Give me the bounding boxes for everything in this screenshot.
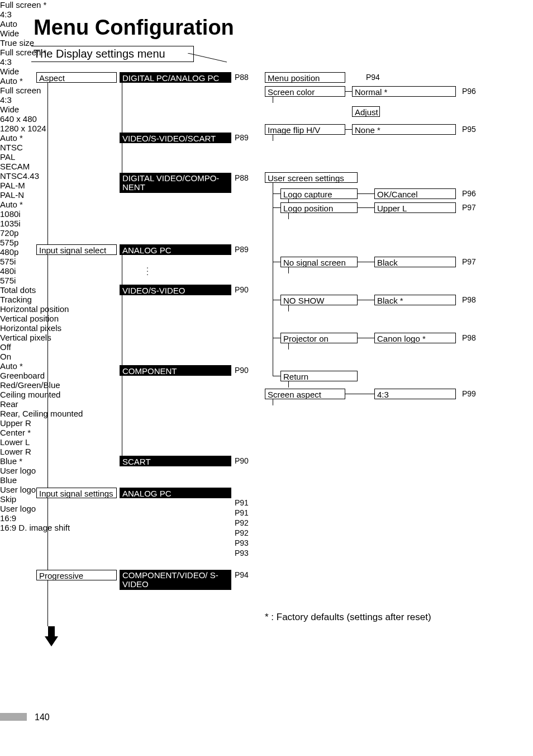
menu-main: Menu position: [265, 72, 345, 83]
menu-sub: No signal screen: [280, 257, 358, 267]
connector-line: [288, 213, 289, 219]
menu-option: Vertical pixels: [0, 333, 107, 342]
menu-main: Input signal settings: [36, 488, 117, 498]
page-ref: P91: [235, 498, 249, 507]
menu-option: Off: [0, 342, 107, 352]
connector-line: [273, 300, 280, 300]
menu-option: 1280 x 1024: [0, 124, 107, 133]
menu-option: 1035i: [0, 219, 107, 228]
connector-line: [120, 370, 122, 371]
subtitle-wrap: The Display settings menu: [31, 46, 194, 62]
menu-sub: Projector on: [280, 333, 358, 343]
page-ref: P93: [235, 538, 249, 547]
connector-line: [122, 83, 122, 178]
menu-option: NTSC4.43: [0, 171, 107, 181]
page-title: Menu Configuration: [34, 16, 234, 40]
menu-option: 720p: [0, 228, 107, 238]
menu-option: Upper R: [0, 418, 82, 428]
connector-line: [358, 338, 374, 338]
connector-line: [120, 138, 122, 138]
connector-line: [358, 207, 374, 208]
menu-option: Black *: [374, 295, 456, 305]
menu-option: Lower L: [0, 437, 82, 447]
connector-line: [120, 290, 122, 290]
page-ref: P89: [235, 133, 249, 142]
wedge-line-decor: [188, 53, 232, 64]
connector-line: [273, 376, 280, 376]
page-ref: P90: [235, 366, 249, 375]
page-ref: P97: [462, 257, 476, 266]
menu-main: User screen settings: [265, 172, 358, 183]
page-ref: P91: [235, 508, 249, 517]
menu-option: Horizontal pixels: [0, 323, 107, 333]
menu-option: PAL-N: [0, 190, 107, 200]
menu-main: Screen aspect: [265, 389, 345, 399]
menu-option: Wide: [0, 105, 107, 114]
menu-option: 4:3: [374, 389, 456, 399]
page-ref: P98: [462, 333, 476, 342]
menu-option: 575i: [0, 257, 107, 266]
subtitle: The Display settings menu: [31, 46, 194, 62]
menu-option: 575i: [0, 276, 107, 285]
page-ref: P94: [366, 73, 380, 82]
menu-option: Vertical position: [0, 314, 107, 323]
page-ref: P96: [462, 189, 476, 198]
page-ref: P94: [235, 570, 249, 579]
connector-line: [358, 262, 374, 262]
menu-option: Upper L: [374, 202, 456, 213]
connector-line: [273, 338, 280, 338]
connector-line: [288, 343, 289, 349]
connector-line: [120, 178, 122, 178]
menu-option: User logo: [0, 504, 82, 513]
menu-sub: Return: [280, 371, 358, 381]
page-ref: P99: [462, 389, 476, 398]
menu-option: 1080i: [0, 209, 107, 219]
connector-line: [273, 135, 273, 141]
menu-header: COMPONENT/VIDEO/ S-VIDEO: [120, 570, 231, 590]
menu-header: DIGITAL PC/ANALOG PC: [120, 72, 231, 83]
menu-option: Ceiling mounted: [0, 390, 104, 399]
menu-option: Full screen *: [0, 0, 107, 10]
page-ref: P88: [235, 73, 249, 82]
page-bar-decor: [0, 713, 27, 721]
page-ref: P89: [235, 245, 249, 254]
connector-line: [288, 381, 289, 388]
menu-option: PAL: [0, 152, 107, 162]
connector-line: [288, 267, 289, 273]
menu-sub: Logo capture: [280, 188, 358, 199]
menu-option: Black: [374, 257, 456, 267]
page-ref: P97: [462, 203, 476, 212]
menu-option: Full screen: [0, 86, 107, 95]
page-ref: P92: [235, 528, 249, 537]
menu-option: Normal *: [352, 86, 456, 97]
connector-line: [288, 305, 289, 311]
menu-option: Lower R: [0, 447, 82, 456]
menu-option: User logo: [0, 466, 82, 475]
connector-line: [273, 97, 273, 103]
menu-header: ANALOG PC: [120, 488, 231, 498]
connector-line: [358, 300, 374, 300]
page-ref: P90: [235, 285, 249, 294]
connector-line: [273, 399, 273, 405]
menu-option: SECAM: [0, 162, 107, 171]
menu-option-box: Adjust: [352, 106, 380, 117]
menu-option: NTSC: [0, 143, 107, 152]
menu-option: Rear, Ceiling mounted: [0, 409, 104, 418]
menu-option: Auto *: [0, 361, 107, 371]
menu-option: Auto *: [0, 200, 107, 209]
page-ref: P90: [235, 456, 249, 465]
continue-arrow-icon: [45, 626, 58, 646]
menu-header: DIGITAL VIDEO/COMPO-NENT: [120, 173, 231, 193]
connector-line: [273, 262, 280, 262]
page-ref: P98: [462, 295, 476, 304]
connector-line: [358, 193, 374, 194]
svg-line-0: [188, 53, 227, 62]
menu-main: Input signal select: [36, 244, 117, 255]
menu-option: 4:3: [0, 95, 107, 105]
connector-line: [273, 207, 280, 208]
connector-line: [273, 193, 280, 194]
menu-option: Horizontal position: [0, 304, 107, 314]
menu-option: Center *: [0, 428, 82, 437]
menu-sub: Logo position: [280, 202, 358, 213]
vertical-dots-icon: ···: [146, 266, 149, 276]
